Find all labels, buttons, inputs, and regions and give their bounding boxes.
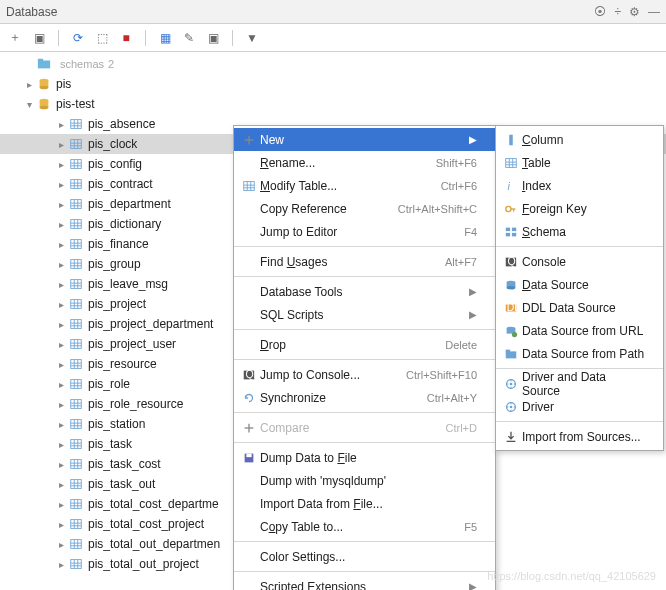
submenu-item[interactable]: Driver [496, 395, 663, 418]
submenu-item[interactable]: Import from Sources... [496, 425, 663, 448]
table-icon [68, 517, 84, 531]
svg-point-162 [512, 331, 517, 336]
svg-rect-43 [71, 260, 82, 269]
import-icon [500, 430, 522, 444]
ddl-icon: DDL [500, 301, 522, 315]
svg-rect-13 [71, 140, 82, 149]
svg-rect-48 [71, 280, 82, 289]
add-icon[interactable]: ＋ [6, 29, 24, 47]
filter-icon[interactable]: ▼ [243, 29, 261, 47]
context-menu-item[interactable]: Rename...Shift+F6 [234, 151, 495, 174]
context-menu-item[interactable]: SynchronizeCtrl+Alt+Y [234, 386, 495, 409]
svg-point-146 [506, 206, 511, 211]
submenu-item[interactable]: Table [496, 151, 663, 174]
table-icon [68, 537, 84, 551]
submenu-item[interactable]: Driver and Data Source [496, 372, 663, 395]
svg-rect-152 [512, 232, 516, 236]
filter-schemas-icon[interactable]: ⬚ [93, 29, 111, 47]
header-controls: ⦿ ÷ ⚙ — [594, 5, 660, 19]
table-view-icon[interactable]: ▦ [156, 29, 174, 47]
submenu-item[interactable]: Data Source from URL [496, 319, 663, 342]
context-menu-item[interactable]: Copy Table to...F5 [234, 515, 495, 538]
context-menu-item[interactable]: QLJump to Console...Ctrl+Shift+F10 [234, 363, 495, 386]
chevron-right-icon: ▶ [469, 134, 477, 145]
context-menu-item[interactable]: Import Data from File... [234, 492, 495, 515]
index-icon: i [500, 179, 522, 193]
svg-rect-139 [509, 134, 513, 145]
submenu-item[interactable]: Schema [496, 220, 663, 243]
svg-point-172 [510, 405, 513, 408]
svg-text:QL: QL [246, 368, 257, 380]
context-menu-item[interactable]: Scripted Extensions▶ [234, 575, 495, 590]
chevron-right-icon: ▶ [469, 309, 477, 320]
tree-node-db-pis-test[interactable]: pis-test [0, 94, 666, 114]
chevron-right-icon: ▶ [469, 286, 477, 297]
svg-rect-135 [246, 453, 251, 457]
edit-icon[interactable]: ✎ [180, 29, 198, 47]
panel-header: Database ⦿ ÷ ⚙ — [0, 0, 666, 24]
minimize-icon[interactable]: ÷ [614, 5, 621, 19]
submenu-item[interactable]: Data Source [496, 273, 663, 296]
folder-icon [36, 57, 52, 71]
context-menu-item[interactable]: Find UsagesAlt+F7 [234, 250, 495, 273]
svg-rect-23 [71, 180, 82, 189]
datasource-icon [500, 278, 522, 292]
tree-node-schemas[interactable]: schemas 2 [0, 54, 666, 74]
svg-rect-93 [71, 460, 82, 469]
context-menu-item[interactable]: SQL Scripts▶ [234, 303, 495, 326]
svg-rect-38 [71, 240, 82, 249]
table-icon [68, 297, 84, 311]
table-icon [68, 417, 84, 431]
table-icon [68, 157, 84, 171]
svg-rect-149 [506, 227, 510, 231]
database-icon [36, 97, 52, 111]
submenu-item[interactable]: Column [496, 128, 663, 151]
refresh-icon [238, 391, 260, 405]
schema-icon [500, 225, 522, 239]
svg-rect-150 [512, 227, 516, 231]
tree-node-db-pis[interactable]: pis [0, 74, 666, 94]
submenu-item[interactable]: iIndex [496, 174, 663, 197]
submenu-item[interactable]: Foreign Key [496, 197, 663, 220]
context-menu-item[interactable]: Dump with 'mysqldump' [234, 469, 495, 492]
submenu-item[interactable]: Data Source from Path [496, 342, 663, 365]
context-menu: New▶Rename...Shift+F6Modify Table...Ctrl… [233, 125, 496, 590]
table-icon [68, 377, 84, 391]
context-menu-item[interactable]: Modify Table...Ctrl+F6 [234, 174, 495, 197]
refresh-icon[interactable]: ⟳ [69, 29, 87, 47]
table-icon [68, 457, 84, 471]
svg-rect-83 [71, 420, 82, 429]
gear-icon[interactable]: ⚙ [629, 5, 640, 19]
driver-icon [500, 377, 522, 391]
stop-icon[interactable]: ■ [117, 29, 135, 47]
svg-rect-140 [506, 158, 517, 167]
table-icon [68, 477, 84, 491]
svg-rect-58 [71, 320, 82, 329]
hide-icon[interactable]: — [648, 5, 660, 19]
chevron-right-icon: ▶ [469, 581, 477, 590]
svg-rect-63 [71, 340, 82, 349]
svg-text:i: i [508, 179, 511, 191]
duplicate-icon[interactable]: ▣ [30, 29, 48, 47]
url-icon [500, 324, 522, 338]
tool-window-options-icon[interactable]: ⦿ [594, 5, 606, 19]
svg-rect-78 [71, 400, 82, 409]
watermark: https://blog.csdn.net/qq_42105629 [487, 570, 656, 582]
submenu-item[interactable]: QLConsole [496, 250, 663, 273]
context-menu-item[interactable]: Copy ReferenceCtrl+Alt+Shift+C [234, 197, 495, 220]
table-icon [68, 117, 84, 131]
context-menu-item[interactable]: Database Tools▶ [234, 280, 495, 303]
console-icon[interactable]: ▣ [204, 29, 222, 47]
context-menu-item[interactable]: DropDelete [234, 333, 495, 356]
context-menu-item[interactable]: Dump Data to File [234, 446, 495, 469]
separator [232, 30, 233, 46]
table-icon [68, 337, 84, 351]
submenu-item[interactable]: DDLDDL Data Source [496, 296, 663, 319]
context-menu-item[interactable]: New▶ [234, 128, 495, 151]
table-icon [68, 397, 84, 411]
context-menu-item[interactable]: Jump to EditorF4 [234, 220, 495, 243]
svg-rect-1 [38, 59, 43, 62]
context-menu-item[interactable]: Color Settings... [234, 545, 495, 568]
svg-rect-118 [71, 560, 82, 569]
svg-rect-53 [71, 300, 82, 309]
